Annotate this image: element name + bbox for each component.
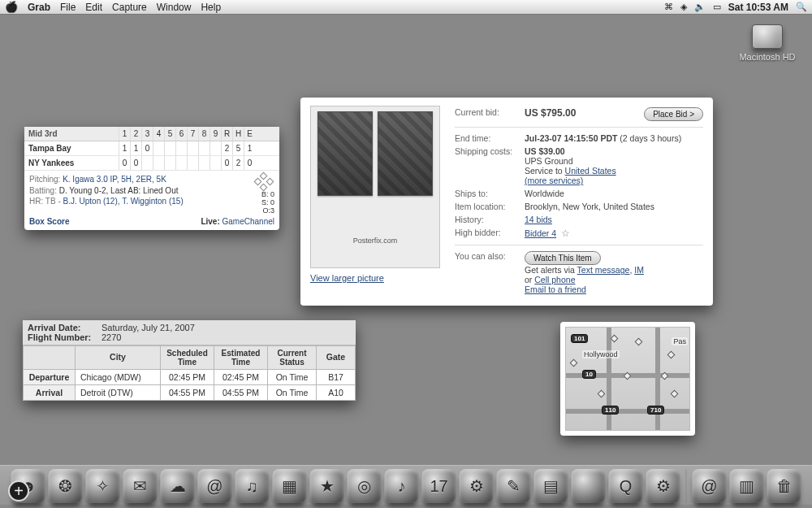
dock-app-trash[interactable] <box>767 469 801 503</box>
dock-app-automator[interactable] <box>460 469 494 503</box>
dock-app-addressbook[interactable] <box>198 469 232 503</box>
alert-cell-link[interactable]: Cell phone <box>534 275 575 284</box>
menu-capture[interactable]: Capture <box>112 2 147 13</box>
sports-widget: Mid 3rd 1 2 3 4 5 6 7 8 9 R H E Tampa Ba… <box>24 127 279 230</box>
disk-label: Macintosh HD <box>739 52 796 62</box>
battery-icon[interactable]: ▭ <box>713 2 721 12</box>
email-friend-link[interactable]: Email to a friend <box>525 284 586 294</box>
dock-app-sysprefs[interactable] <box>646 469 680 503</box>
dock-app-imovie[interactable] <box>310 469 344 503</box>
menubar-clock[interactable]: Sat 10:53 AM <box>728 2 788 13</box>
game-status: Mid 3rd <box>24 127 119 141</box>
bluetooth-icon[interactable]: ⌘ <box>664 2 673 12</box>
dock-app-preview[interactable] <box>534 469 568 503</box>
dock-app-idvd[interactable] <box>348 469 382 503</box>
poster-image <box>378 111 433 196</box>
inning-header: 1 2 3 4 5 6 7 8 9 R H E <box>119 127 255 141</box>
app-menu[interactable]: Grab <box>28 2 50 13</box>
high-bidder-link[interactable]: Bidder 4 <box>525 228 556 238</box>
volume-icon[interactable]: 🔈 <box>694 2 706 12</box>
dock-app-quicktime[interactable] <box>609 469 643 503</box>
dock-app-garageband[interactable] <box>385 469 419 503</box>
disk-icon <box>752 24 783 49</box>
flight-widget: Arrival Date: Saturday, July 21, 2007 Fl… <box>23 320 356 401</box>
alert-im-link[interactable]: IM <box>634 265 644 275</box>
map-label-hollywood: Hollywood <box>582 350 620 358</box>
view-larger-link[interactable]: View larger picture <box>310 273 384 283</box>
poster-image <box>317 111 373 196</box>
ship-to-link[interactable]: United States <box>565 166 616 176</box>
dock-app-itunes[interactable] <box>235 469 270 503</box>
dock <box>0 465 812 505</box>
dock-app-ichat[interactable] <box>161 469 195 503</box>
team-row-away: Tampa Bay 1 1 0 2 5 1 <box>24 141 279 156</box>
spotlight-icon[interactable]: 🔍 <box>796 2 807 12</box>
menu-window[interactable]: Window <box>157 2 192 13</box>
map-widget[interactable]: Hollywood Pas 101 10 110 710 <box>560 322 695 436</box>
dock-separator <box>686 469 687 503</box>
team-row-home: NY Yankees 0 0 0 2 0 <box>24 156 279 171</box>
dock-app-iphoto[interactable] <box>273 469 307 503</box>
pitcher-link[interactable]: K. Igawa 3.0 IP, 5H, 2ER, 5K <box>63 175 166 184</box>
dock-app-pages[interactable] <box>572 469 606 503</box>
more-services-link[interactable]: (more services) <box>525 176 583 185</box>
arrival-date: Saturday, July 21, 2007 <box>102 323 195 332</box>
item-thumbnail[interactable]: Posterfix.com <box>310 106 440 268</box>
dock-app-safari[interactable] <box>86 469 120 503</box>
menubar: Grab File Edit Capture Window Help ⌘ ◈ 🔈… <box>0 0 812 15</box>
flight-number: 2270 <box>102 332 121 342</box>
dock-app-ical[interactable] <box>422 469 456 503</box>
menu-file[interactable]: File <box>60 2 76 13</box>
shield-10: 10 <box>582 370 596 379</box>
menu-edit[interactable]: Edit <box>85 2 102 13</box>
dock-app-dashboard[interactable] <box>49 469 83 503</box>
gamechannel-link[interactable]: GameChannel <box>222 217 274 226</box>
boxscore-link[interactable]: Box Score <box>29 217 69 226</box>
dock-app-docs[interactable] <box>730 469 764 503</box>
alert-text-link[interactable]: Text message <box>577 265 630 275</box>
shield-101: 101 <box>571 334 588 343</box>
dock-app-mail[interactable] <box>123 469 158 503</box>
hr-link[interactable]: B.J. Upton (12), T. Wigginton (15) <box>63 197 184 206</box>
table-row: Departure Chicago (MDW) 02:45 PM 02:45 P… <box>24 370 356 385</box>
diamond-icon <box>255 174 273 190</box>
current-bid: US $795.00 <box>525 107 644 121</box>
dock-app-textedit[interactable] <box>497 469 531 503</box>
apple-menu[interactable] <box>5 1 18 13</box>
table-row: Arrival Detroit (DTW) 04:55 PM 04:55 PM … <box>24 385 356 401</box>
map-image[interactable]: Hollywood Pas 101 10 110 710 <box>565 327 690 431</box>
shield-110: 110 <box>602 406 619 415</box>
watch-item-button[interactable]: Watch This Item <box>525 251 601 265</box>
menu-help[interactable]: Help <box>201 2 221 13</box>
place-bid-button[interactable]: Place Bid > <box>644 107 703 121</box>
airplay-icon[interactable]: ◈ <box>680 2 687 12</box>
shield-710: 710 <box>647 406 664 415</box>
desktop-hd-icon[interactable]: Macintosh HD <box>739 24 796 62</box>
star-icon: ☆ <box>561 228 570 239</box>
bid-history-link[interactable]: 14 bids <box>525 215 552 224</box>
map-label-pas: Pas <box>672 337 688 345</box>
dock-app-site[interactable] <box>693 469 727 503</box>
auction-widget: Posterfix.com View larger picture Curren… <box>300 98 713 306</box>
dashboard-add-button[interactable]: + <box>8 480 29 501</box>
flight-table: City Scheduled Time Estimated Time Curre… <box>23 345 356 401</box>
